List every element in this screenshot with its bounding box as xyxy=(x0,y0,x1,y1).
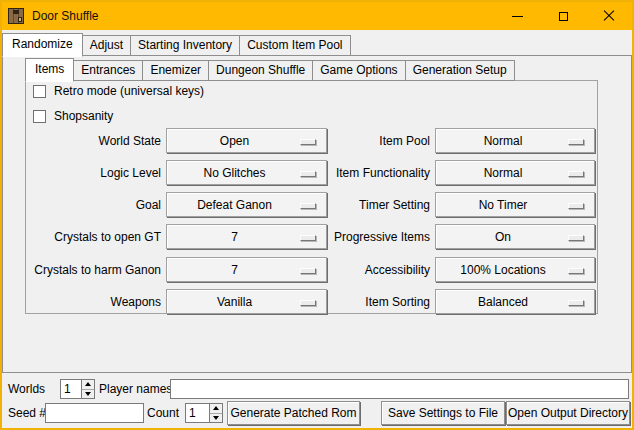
tab-entrances[interactable]: Entrances xyxy=(73,60,143,81)
retro-mode-checkbox-row: Retro mode (universal keys) xyxy=(33,84,204,98)
weapons-dropdown[interactable]: Vanilla xyxy=(166,289,327,314)
worlds-spin-down-button[interactable] xyxy=(82,389,94,399)
accessibility-label: Accessibility xyxy=(320,257,430,283)
world-state-dropdown[interactable]: Open xyxy=(166,128,327,153)
maximize-icon xyxy=(559,12,568,21)
tab-game-options[interactable]: Game Options xyxy=(312,60,405,81)
dropdown-indicator-icon xyxy=(300,300,316,306)
progressive-items-value: On xyxy=(495,230,535,244)
tab-dungeon-shuffle[interactable]: Dungeon Shuffle xyxy=(208,60,313,81)
count-spin-up-button[interactable] xyxy=(210,404,222,413)
worlds-label: Worlds xyxy=(8,382,45,396)
count-label: Count xyxy=(147,406,179,420)
settings-row: Crystals to open GT 7 Progressive Items … xyxy=(2,224,634,251)
shopsanity-label: Shopsanity xyxy=(54,109,113,123)
close-button[interactable] xyxy=(586,2,632,30)
close-icon xyxy=(603,10,615,22)
worlds-value: 1 xyxy=(64,382,71,396)
item-pool-label: Item Pool xyxy=(320,128,430,154)
crystals-gt-label: Crystals to open GT xyxy=(26,224,161,250)
minimize-button[interactable] xyxy=(494,2,540,30)
dropdown-indicator-icon xyxy=(568,268,584,274)
tab-randomize[interactable]: Randomize xyxy=(2,33,83,57)
worlds-spinner[interactable]: 1 xyxy=(60,379,95,399)
tab-adjust[interactable]: Adjust xyxy=(82,35,131,56)
progressive-items-label: Progressive Items xyxy=(320,224,430,250)
dropdown-indicator-icon xyxy=(300,171,316,177)
logic-level-value: No Glitches xyxy=(203,166,289,180)
weapons-value: Vanilla xyxy=(217,295,276,309)
count-value: 1 xyxy=(189,406,196,420)
tab-items[interactable]: Items xyxy=(25,58,74,82)
timer-setting-label: Timer Setting xyxy=(320,192,430,218)
crystals-gt-dropdown[interactable]: 7 xyxy=(166,224,327,249)
count-spinner[interactable]: 1 xyxy=(185,403,223,423)
main-tab-bar: Randomize Adjust Starting Inventory Cust… xyxy=(2,32,350,56)
arrow-up-icon xyxy=(85,382,91,386)
arrow-down-icon xyxy=(213,416,219,420)
shopsanity-checkbox[interactable] xyxy=(33,110,46,123)
shopsanity-checkbox-row: Shopsanity xyxy=(33,109,113,123)
world-state-label: World State xyxy=(26,128,161,154)
item-functionality-label: Item Functionality xyxy=(320,160,430,186)
item-functionality-value: Normal xyxy=(484,166,547,180)
settings-row: Logic Level No Glitches Item Functionali… xyxy=(2,160,634,187)
dropdown-indicator-icon xyxy=(300,139,316,145)
goal-value: Defeat Ganon xyxy=(197,198,296,212)
item-functionality-dropdown[interactable]: Normal xyxy=(435,160,595,185)
retro-mode-checkbox[interactable] xyxy=(33,85,46,98)
accessibility-value: 100% Locations xyxy=(460,263,569,277)
goal-dropdown[interactable]: Defeat Ganon xyxy=(166,192,327,217)
minimize-icon xyxy=(512,16,523,17)
crystals-ganon-dropdown[interactable]: 7 xyxy=(166,257,327,282)
settings-row: World State Open Item Pool Normal xyxy=(2,128,634,155)
tab-custom-item-pool[interactable]: Custom Item Pool xyxy=(239,35,350,56)
player-names-input[interactable] xyxy=(170,379,629,399)
settings-row: Weapons Vanilla Item Sorting Balanced xyxy=(2,289,634,316)
item-pool-value: Normal xyxy=(484,134,547,148)
count-spin-down-button[interactable] xyxy=(210,413,222,423)
dropdown-indicator-icon xyxy=(568,139,584,145)
dropdown-indicator-icon xyxy=(568,235,584,241)
open-output-directory-button[interactable]: Open Output Directory xyxy=(506,401,630,425)
crystals-gt-value: 7 xyxy=(231,230,262,244)
maximize-button[interactable] xyxy=(540,2,586,30)
item-sorting-label: Item Sorting xyxy=(320,289,430,315)
generation-panel: Worlds 1 Player names Seed # Count 1 Gen… xyxy=(2,373,632,428)
player-names-label: Player names xyxy=(99,382,172,396)
timer-setting-value: No Timer xyxy=(479,198,552,212)
generate-patched-rom-button[interactable]: Generate Patched Rom xyxy=(227,401,360,425)
worlds-spin-up-button[interactable] xyxy=(82,380,94,389)
dropdown-indicator-icon xyxy=(300,235,316,241)
tab-starting-inventory[interactable]: Starting Inventory xyxy=(130,35,240,56)
dropdown-indicator-icon xyxy=(300,268,316,274)
save-settings-button[interactable]: Save Settings to File xyxy=(381,401,505,425)
item-pool-dropdown[interactable]: Normal xyxy=(435,128,595,153)
progressive-items-dropdown[interactable]: On xyxy=(435,224,595,249)
accessibility-dropdown[interactable]: 100% Locations xyxy=(435,257,595,282)
dropdown-indicator-icon xyxy=(568,171,584,177)
logic-level-dropdown[interactable]: No Glitches xyxy=(166,160,327,185)
door-icon xyxy=(8,8,24,24)
world-state-value: Open xyxy=(220,134,273,148)
dropdown-indicator-icon xyxy=(568,203,584,209)
logic-level-label: Logic Level xyxy=(26,160,161,186)
door-shuffle-window: Door Shuffle Randomize Adjust Starting I… xyxy=(0,0,634,430)
settings-row: Goal Defeat Ganon Timer Setting No Timer xyxy=(2,192,634,219)
arrow-up-icon xyxy=(213,406,219,410)
weapons-label: Weapons xyxy=(26,289,161,315)
timer-setting-dropdown[interactable]: No Timer xyxy=(435,192,595,217)
tab-enemizer[interactable]: Enemizer xyxy=(142,60,209,81)
crystals-ganon-value: 7 xyxy=(231,263,262,277)
seed-input[interactable] xyxy=(45,403,144,423)
item-sorting-dropdown[interactable]: Balanced xyxy=(435,289,595,314)
item-sorting-value: Balanced xyxy=(478,295,552,309)
crystals-ganon-label: Crystals to harm Ganon xyxy=(26,257,161,283)
sub-tab-bar: Items Entrances Enemizer Dungeon Shuffle… xyxy=(25,57,514,81)
settings-row: Crystals to harm Ganon 7 Accessibility 1… xyxy=(2,257,634,284)
goal-label: Goal xyxy=(26,192,161,218)
tab-generation-setup[interactable]: Generation Setup xyxy=(405,60,515,81)
seed-label: Seed # xyxy=(8,406,46,420)
retro-mode-label: Retro mode (universal keys) xyxy=(54,84,204,98)
window-title: Door Shuffle xyxy=(32,9,99,23)
